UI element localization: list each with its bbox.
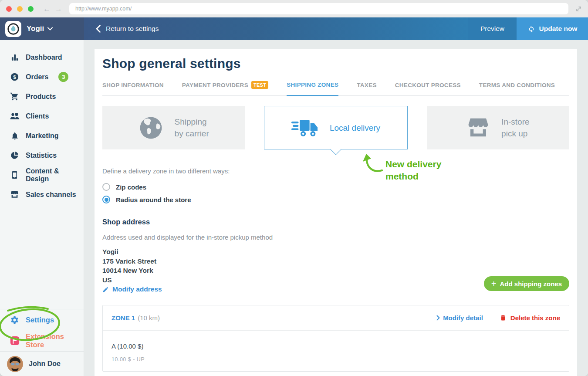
browser-chrome: ← → http://www.myapp.com/ xyxy=(0,0,588,17)
sidebar-item-label: Clients xyxy=(26,112,49,120)
page-title: Shop general settings xyxy=(102,49,569,71)
sidebar-item-label: Settings xyxy=(26,316,54,324)
tab-label: TERMS AND CONDITIONS xyxy=(479,82,555,88)
tab-label: SHOP INFORMATION xyxy=(102,82,164,88)
annotation-text: New delivery method xyxy=(385,158,462,183)
sidebar-item-sales-channels[interactable]: Sales channels xyxy=(0,185,84,204)
preview-button[interactable]: Preview xyxy=(468,17,517,40)
chevron-left-icon xyxy=(96,25,101,33)
cart-icon xyxy=(10,92,20,101)
shipping-zone-card: ZONE 1 (10 km) Modify detail Delete this… xyxy=(102,305,569,372)
address-line: Yogii xyxy=(102,247,569,257)
globe-icon xyxy=(139,115,163,140)
sidebar-item-orders[interactable]: $ Orders 3 xyxy=(0,67,84,87)
user-account[interactable]: John Doe xyxy=(0,352,84,376)
method-shipping-by-carrier[interactable]: Shippingby carrier xyxy=(102,106,245,149)
brand-menu[interactable]: Yogii xyxy=(0,17,84,40)
minimize-window-icon[interactable] xyxy=(17,6,23,12)
tab-taxes[interactable]: TAXES xyxy=(357,81,377,95)
storefront-icon xyxy=(10,190,20,199)
phone-icon xyxy=(10,170,20,180)
sidebar-item-extensions-store[interactable]: Extensions Store xyxy=(0,330,84,351)
flag-icon xyxy=(10,336,20,346)
sidebar-item-settings[interactable]: Settings xyxy=(0,309,84,330)
zone-body: A (10.00 $) 10.00 $ - UP xyxy=(103,331,569,371)
sidebar: Dashboard $ Orders 3 Products xyxy=(0,40,84,376)
sidebar-item-label: Sales channels xyxy=(26,191,76,199)
sidebar-item-label: Dashboard xyxy=(26,54,62,61)
tab-label: SHIPPING ZONES xyxy=(287,81,338,88)
sidebar-item-statistics[interactable]: Statistics xyxy=(0,146,84,165)
bar-chart-icon xyxy=(10,53,20,62)
pencil-icon xyxy=(102,286,109,293)
test-badge: TEST xyxy=(251,81,268,89)
gear-icon xyxy=(10,315,20,325)
add-shipping-zones-label: Add shipping zones xyxy=(500,280,562,288)
pie-chart-icon xyxy=(10,151,20,160)
delete-zone-label: Delete this zone xyxy=(510,314,560,322)
modify-detail-link[interactable]: Modify detail xyxy=(436,314,483,322)
browser-forward-icon[interactable]: → xyxy=(55,5,62,13)
sidebar-item-content-design[interactable]: Content & Design xyxy=(0,165,84,185)
modify-detail-label: Modify detail xyxy=(443,314,483,322)
store-icon xyxy=(466,117,490,139)
zone-rate-range: 10.00 $ - UP xyxy=(112,356,560,362)
url-bar[interactable]: http://www.myapp.com/ xyxy=(69,3,568,14)
update-now-button[interactable]: Update now xyxy=(517,17,588,40)
user-name: John Doe xyxy=(29,360,61,368)
radio-zip-codes[interactable]: Zip codes xyxy=(102,183,569,191)
tab-payment-providers[interactable]: PAYMENT PROVIDERS TEST xyxy=(182,81,268,95)
chevron-down-icon xyxy=(47,27,53,30)
return-to-settings-label: Return to settings xyxy=(106,25,159,33)
method-label: Shippingby carrier xyxy=(175,116,209,139)
zone-actions: Modify detail Delete this zone xyxy=(436,314,560,322)
sidebar-item-label: Marketing xyxy=(26,132,59,140)
modify-address-label: Modify address xyxy=(112,285,162,293)
tab-checkout-process[interactable]: CHECKOUT PROCESS xyxy=(395,81,461,95)
sidebar-item-label: Content & Design xyxy=(26,167,84,183)
update-now-label: Update now xyxy=(539,25,578,33)
radio-radius-around-store[interactable]: Radius around the store xyxy=(102,196,569,203)
method-local-delivery[interactable]: Local delivery xyxy=(264,106,407,149)
app-window: ← → http://www.myapp.com/ Yogii Return t… xyxy=(0,0,588,376)
sidebar-item-label: Products xyxy=(26,93,56,101)
tab-bar: SHOP INFORMATION PAYMENT PROVIDERS TEST … xyxy=(102,81,569,96)
define-zone-text: Define a delivery zone in two different … xyxy=(102,167,569,175)
return-to-settings-link[interactable]: Return to settings xyxy=(96,25,159,33)
trash-icon xyxy=(500,314,507,322)
add-shipping-zones-button[interactable]: + Add shipping zones xyxy=(484,276,569,291)
tab-shipping-zones[interactable]: SHIPPING ZONES xyxy=(287,81,338,96)
app-header: Yogii Return to settings Preview Update … xyxy=(0,17,588,40)
main-content: Shop general settings SHOP INFORMATION P… xyxy=(84,40,588,376)
tab-label: TAXES xyxy=(357,82,377,88)
tab-label: PAYMENT PROVIDERS xyxy=(182,82,248,88)
tab-terms-and-conditions[interactable]: TERMS AND CONDITIONS xyxy=(479,81,555,95)
sidebar-item-products[interactable]: Products xyxy=(0,87,84,106)
sidebar-item-dashboard[interactable]: Dashboard xyxy=(0,47,84,67)
truck-icon xyxy=(291,119,318,137)
people-icon xyxy=(10,112,20,120)
svg-text:$: $ xyxy=(13,74,16,80)
chevron-right-icon xyxy=(436,315,440,321)
sidebar-item-clients[interactable]: Clients xyxy=(0,106,84,126)
radio-label: Zip codes xyxy=(116,183,146,191)
sidebar-item-label: Orders xyxy=(26,73,48,81)
header-middle: Return to settings xyxy=(84,17,468,40)
method-in-store-pick-up[interactable]: In-storepick up xyxy=(427,106,569,149)
radio-circle-icon[interactable] xyxy=(102,196,110,203)
browser-back-icon[interactable]: ← xyxy=(43,5,51,13)
brand-name: Yogii xyxy=(27,24,44,33)
expand-window-icon[interactable] xyxy=(575,6,582,12)
address-line: 175 Varick Street xyxy=(102,257,569,266)
delete-zone-link[interactable]: Delete this zone xyxy=(500,314,560,322)
maximize-window-icon[interactable] xyxy=(28,6,34,12)
delivery-methods: Shippingby carrier Local delivery xyxy=(102,106,569,149)
radio-circle-icon[interactable] xyxy=(102,183,110,191)
shop-address-description: Address used and displayed for the in-st… xyxy=(102,234,569,241)
close-window-icon[interactable] xyxy=(6,6,12,12)
modify-address-link[interactable]: Modify address xyxy=(102,285,162,293)
tab-shop-information[interactable]: SHOP INFORMATION xyxy=(102,81,164,95)
orders-count-badge: 3 xyxy=(58,72,68,82)
shop-address-heading: Shop address xyxy=(102,218,569,226)
sidebar-item-marketing[interactable]: Marketing xyxy=(0,126,84,146)
